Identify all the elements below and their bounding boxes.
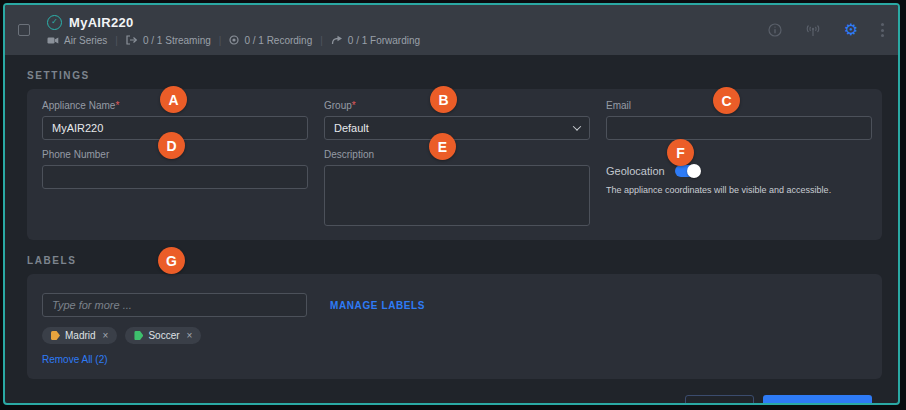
divider: |	[320, 35, 323, 46]
streaming-count: 0 / 1 Streaming	[143, 35, 211, 46]
geolocation-toggle[interactable]	[675, 165, 700, 177]
gear-icon[interactable]: ⚙	[844, 22, 858, 38]
appliance-select-checkbox[interactable]	[18, 24, 30, 36]
appliance-title: MyAIR220	[69, 15, 134, 30]
email-input[interactable]	[606, 116, 872, 140]
series-label: Air Series	[64, 35, 107, 46]
labels-search-input[interactable]	[42, 293, 307, 317]
camera-icon	[47, 36, 59, 45]
divider: |	[219, 35, 222, 46]
screenshot-stage: ✓ MyAIR220 Air Series |	[0, 0, 906, 410]
forwarding-count: 0 / 1 Forwarding	[348, 35, 420, 46]
geolocation-helper-text: The appliance coordinates will be visibl…	[606, 185, 872, 195]
labels-panel: MANAGE LABELS Madrid × Soccer × Remove A…	[27, 274, 882, 379]
annotation-marker-f: F	[667, 139, 694, 166]
description-textarea[interactable]	[324, 165, 590, 226]
group-field: Group* Default	[324, 100, 590, 140]
chevron-down-icon	[573, 122, 581, 130]
label-chips: Madrid × Soccer ×	[42, 327, 872, 344]
annotation-marker-b: B	[430, 86, 457, 113]
label-chip-soccer: Soccer ×	[125, 327, 201, 344]
cancel-button[interactable]: CANCEL	[685, 395, 754, 405]
toggle-knob	[687, 164, 701, 178]
appliance-header: ✓ MyAIR220 Air Series |	[5, 5, 898, 55]
annotation-marker-a: A	[160, 86, 187, 113]
annotation-marker-c: C	[713, 87, 740, 114]
tag-icon	[51, 331, 60, 340]
apply-changes-button[interactable]: APPLY CHANGES	[763, 395, 872, 405]
recording-status: 0 / 1 Recording	[229, 35, 312, 46]
appliance-status-row: Air Series | 0 / 1 Streaming |	[47, 35, 420, 46]
footer-actions: CANCEL APPLY CHANGES	[27, 395, 882, 405]
annotation-marker-g: G	[158, 247, 185, 274]
description-label: Description	[324, 149, 590, 160]
labels-section-title: LABELS	[27, 255, 882, 266]
appliance-settings-window: ✓ MyAIR220 Air Series |	[3, 3, 900, 405]
chip-remove-icon[interactable]: ×	[103, 330, 109, 341]
required-asterisk: *	[115, 100, 119, 111]
manage-labels-link[interactable]: MANAGE LABELS	[330, 300, 425, 311]
geolocation-label: Geolocation	[606, 165, 665, 177]
chip-remove-icon[interactable]: ×	[187, 330, 193, 341]
device-status-icon: ✓	[47, 15, 62, 30]
email-field: Email	[606, 100, 872, 140]
group-select[interactable]: Default	[324, 116, 590, 140]
phone-number-input[interactable]	[42, 165, 308, 189]
page-content: SETTINGS Appliance Name* Group* Default	[5, 70, 898, 405]
forward-arrow-icon	[331, 35, 343, 45]
tag-icon	[134, 331, 143, 340]
chip-label: Madrid	[65, 330, 96, 341]
recording-count: 0 / 1 Recording	[244, 35, 312, 46]
broadcast-icon[interactable]	[805, 24, 821, 37]
record-icon	[229, 35, 239, 45]
info-icon[interactable]	[768, 23, 782, 37]
group-selected-value: Default	[334, 122, 369, 134]
group-label: Group*	[324, 100, 590, 111]
streaming-icon	[126, 35, 138, 45]
streaming-status: 0 / 1 Streaming	[126, 35, 211, 46]
required-asterisk: *	[352, 100, 356, 111]
series-status: Air Series	[47, 35, 107, 46]
description-field: Description	[324, 149, 590, 230]
remove-all-link[interactable]: Remove All (2)	[42, 354, 108, 365]
phone-number-field: Phone Number	[42, 149, 308, 230]
geolocation-field: Geolocation The appliance coordinates wi…	[606, 149, 872, 230]
annotation-marker-e: E	[429, 133, 456, 160]
settings-panel: Appliance Name* Group* Default Email	[27, 89, 882, 240]
appliance-identity: ✓ MyAIR220 Air Series |	[47, 15, 420, 46]
label-chip-madrid: Madrid ×	[42, 327, 117, 344]
chip-label: Soccer	[148, 330, 179, 341]
kebab-menu-icon[interactable]	[881, 23, 884, 37]
header-actions: ⚙	[768, 22, 884, 38]
annotation-marker-d: D	[158, 132, 185, 159]
forwarding-status: 0 / 1 Forwarding	[331, 35, 420, 46]
settings-section-title: SETTINGS	[27, 70, 882, 81]
divider: |	[115, 35, 118, 46]
